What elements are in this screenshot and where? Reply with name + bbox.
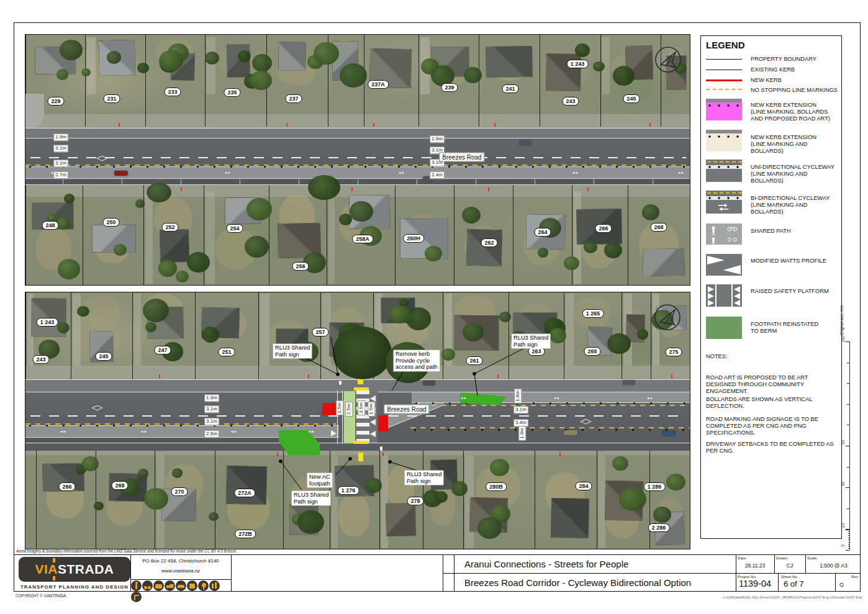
logo-i-bar: [53, 558, 55, 562]
tree: [575, 43, 590, 56]
legend-item-label: NO STOPPING LINE MARKINGS: [751, 87, 838, 94]
viastrada-logo: VIASTRADA: [19, 557, 130, 582]
legend-item-label: RAISED SAFETY PLATFORM: [751, 288, 829, 295]
city-icon: [209, 580, 220, 591]
ruler-tick-minor: [848, 540, 850, 540]
bollard-dot: [281, 425, 283, 427]
divider: [835, 573, 836, 592]
property-boundary-line: [215, 443, 215, 549]
tree: [340, 63, 367, 88]
bollard-dot: [297, 425, 299, 427]
copyright-note: COPYRIGHT © VIASTRADA: [16, 594, 66, 598]
legend-item-label: NEW KERB EXTENSION(LINE MARKING, BOLLARD…: [751, 102, 830, 122]
file-reference: c:\12d5\data\BJSL-SQL-Server\11037_38098…: [683, 595, 862, 599]
dimension-label: 2.5m: [345, 402, 353, 417]
tree: [114, 244, 127, 256]
dimension-label: 1.9m: [53, 133, 68, 141]
bollard-dot: [649, 166, 651, 168]
berm: [25, 114, 690, 128]
lane-centerline: [30, 157, 686, 158]
legend-item-label: FOOTPATH REINSTATEDTO BERM: [751, 321, 818, 335]
legend-swatch-cream: [706, 130, 742, 155]
pedestrian-icon-glyph: [135, 584, 137, 589]
annotation-line: footpath: [309, 481, 330, 487]
bollard-dot: [482, 166, 484, 168]
tree: [238, 50, 251, 62]
legend-item-line: AND PROPOSED ROAD ART): [751, 115, 830, 122]
cycleway-stencil: ◄►: [230, 430, 237, 433]
legend-item-line: TO BERM: [751, 328, 818, 335]
parking-icon-glyph: [189, 584, 195, 589]
annotation-line: RLU3 Shared: [513, 335, 548, 341]
property-boundary-line: [195, 292, 196, 391]
annotation-note: Remove kerbProvide cycleaccess and path: [394, 350, 440, 371]
dimension-label: 3.4m: [513, 419, 528, 427]
legend-swatch-green: [706, 317, 742, 341]
driveway: [328, 191, 335, 284]
pedestrian-marking: [380, 446, 382, 451]
legend-swatch-rsp: [706, 284, 742, 309]
bollard-dot: [683, 166, 685, 168]
ruler-tick-minor: [848, 533, 850, 534]
annotation-line: Path sign: [294, 499, 328, 505]
north-arrow-icon: [654, 304, 681, 331]
dimension-label: 3.1m: [53, 145, 68, 152]
property-boundary-line: [600, 35, 601, 127]
bollard-dot: [180, 166, 182, 168]
legend-item-label: MODIFIED WATTS PROFILE: [751, 258, 826, 264]
dimension-label: 3.1m: [53, 160, 68, 167]
property-boundary-line: [25, 292, 26, 391]
house-number-label: 248: [42, 221, 58, 230]
property-boundary-line: [628, 184, 628, 286]
cycleway-stencil: ◄►: [572, 171, 579, 174]
divider: [231, 554, 232, 592]
legend-item-line: (LINE MARKING AND BOLLARDS): [751, 141, 841, 155]
setback-tick: [649, 123, 651, 127]
company-mode-icons: [131, 580, 230, 591]
tree: [314, 42, 339, 65]
tree: [549, 328, 566, 343]
bollard-dot: [649, 429, 651, 431]
legend-item-line: (LINE MARKING AND BOLLARDS): [751, 171, 841, 184]
bollard-dot: [46, 166, 48, 168]
house-number-label: 263: [528, 347, 545, 356]
kerb-line: [25, 128, 690, 129]
scale-value: 1:500 @ A3: [805, 562, 862, 569]
house-number-label: 258A: [352, 235, 373, 243]
legend-swatch-watts: [706, 254, 742, 279]
tree: [246, 198, 272, 221]
bollard-dot: [549, 402, 551, 404]
company-website: www.viastrada.nz: [132, 568, 230, 574]
tree: [209, 512, 219, 521]
house-number-label: 268: [111, 481, 128, 490]
property-boundary-line: [205, 35, 206, 127]
car-icon-glyph: [178, 585, 184, 588]
ruler-tick-major: [846, 487, 849, 488]
bollard-dot: [599, 166, 601, 168]
legend-item-line: NEW KERB: [751, 77, 782, 84]
cycleway-stencil: ◄►: [553, 396, 560, 400]
sheet-title: Breezes Road Corridor - Cycleway Bidirec…: [464, 577, 691, 588]
dimension-label: 3.1m: [204, 418, 219, 425]
tree: [499, 312, 511, 322]
ruler-line: [849, 341, 850, 550]
ruler-tick-minor: [848, 531, 850, 532]
crossing-white-line: [337, 391, 338, 444]
annotation-line: RLU3 Shared: [407, 471, 441, 478]
zebra-crossing: [356, 391, 369, 444]
crossing-yellow-bar: [354, 441, 369, 444]
truck-icon: [165, 580, 175, 591]
house-number-label: 233: [164, 88, 181, 96]
bollard-dot: [113, 166, 115, 168]
tree: [612, 456, 628, 471]
bollard-dot: [230, 425, 232, 427]
dimension-label: 1.9m: [204, 394, 219, 402]
tree: [64, 194, 75, 204]
tree: [205, 52, 219, 64]
annotation-note: New ACfootpath: [307, 473, 332, 487]
legend-item-label: PROPERTY BOUNDARY: [751, 56, 816, 63]
bollard-dot: [650, 402, 652, 404]
bollard-dot: [582, 429, 584, 431]
house-number-label: 243: [562, 97, 579, 106]
parking-bay-line: [653, 179, 653, 184]
